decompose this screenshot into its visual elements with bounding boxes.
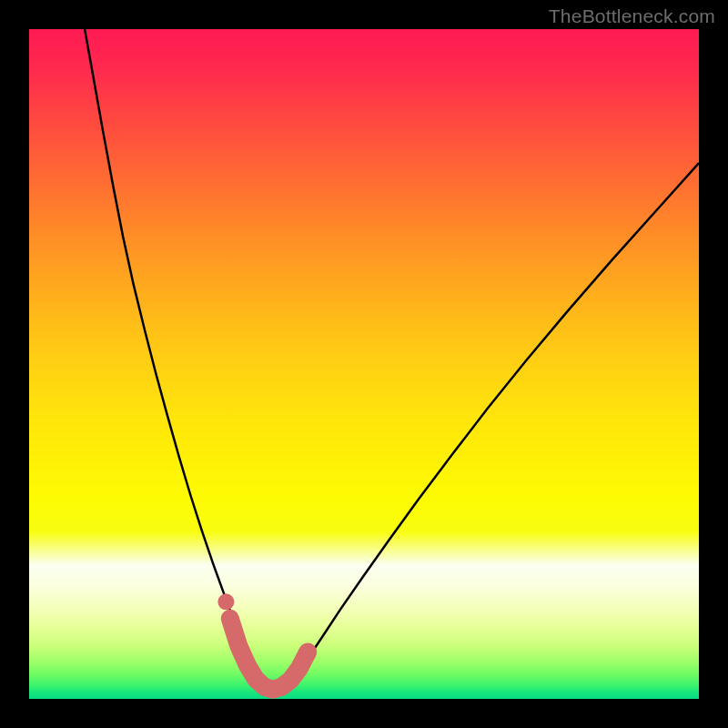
watermark-text: TheBottleneck.com	[549, 5, 715, 27]
chart-svg	[29, 29, 699, 699]
bottleneck-curve	[85, 29, 699, 690]
plot-area	[29, 29, 699, 699]
trough-marker	[217, 593, 308, 689]
bottleneck-curve-path	[85, 29, 699, 690]
trough-marker-dot	[217, 593, 234, 610]
trough-marker-path	[230, 619, 308, 690]
chart-frame: TheBottleneck.com	[0, 0, 728, 728]
